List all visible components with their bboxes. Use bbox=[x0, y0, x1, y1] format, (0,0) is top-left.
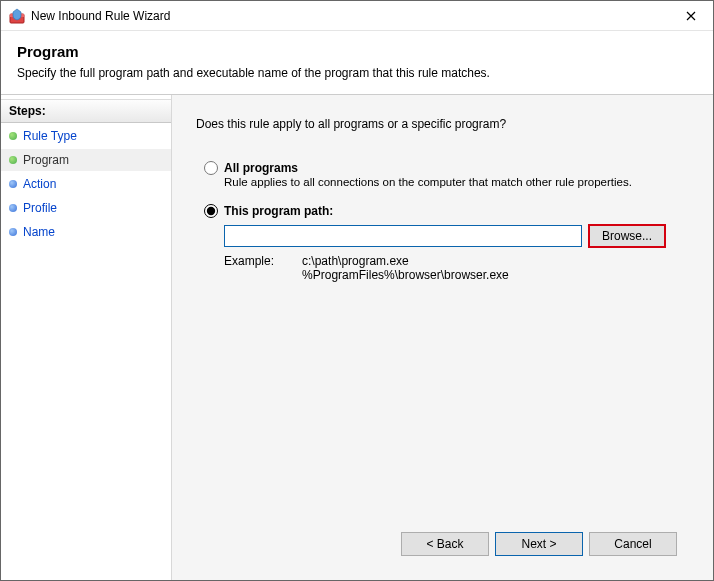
all-programs-desc: Rule applies to all connections on the c… bbox=[224, 176, 691, 188]
all-programs-radio[interactable] bbox=[204, 161, 218, 175]
page-subtitle: Specify the full program path and execut… bbox=[17, 66, 697, 80]
option-all-programs: All programs Rule applies to all connect… bbox=[204, 161, 691, 188]
step-label: Name bbox=[23, 225, 55, 239]
example-paths: c:\path\program.exe %ProgramFiles%\brows… bbox=[302, 254, 509, 282]
step-bullet-icon bbox=[9, 204, 17, 212]
step-label: Action bbox=[23, 177, 56, 191]
content-pane: Does this rule apply to all programs or … bbox=[171, 95, 713, 580]
program-path-radio[interactable] bbox=[204, 204, 218, 218]
next-button[interactable]: Next > bbox=[495, 532, 583, 556]
step-label: Program bbox=[23, 153, 69, 167]
all-programs-label: All programs bbox=[224, 161, 298, 175]
window-title: New Inbound Rule Wizard bbox=[31, 9, 668, 23]
step-bullet-icon bbox=[9, 180, 17, 188]
example-label: Example: bbox=[224, 254, 274, 268]
step-label: Profile bbox=[23, 201, 57, 215]
step-name[interactable]: Name bbox=[1, 221, 171, 243]
step-rule-type[interactable]: Rule Type bbox=[1, 125, 171, 147]
steps-heading: Steps: bbox=[1, 99, 171, 123]
step-bullet-icon bbox=[9, 132, 17, 140]
step-bullet-icon bbox=[9, 228, 17, 236]
page-title: Program bbox=[17, 43, 697, 60]
content-prompt: Does this rule apply to all programs or … bbox=[196, 117, 691, 131]
close-button[interactable] bbox=[668, 1, 713, 31]
step-bullet-icon bbox=[9, 156, 17, 164]
option-this-program-path: This program path: Browse... Example: c:… bbox=[204, 204, 691, 282]
wizard-header: Program Specify the full program path an… bbox=[1, 31, 713, 95]
steps-sidebar: Steps: Rule Type Program Action Profile … bbox=[1, 95, 171, 580]
step-profile[interactable]: Profile bbox=[1, 197, 171, 219]
step-action[interactable]: Action bbox=[1, 173, 171, 195]
back-button[interactable]: < Back bbox=[401, 532, 489, 556]
titlebar: New Inbound Rule Wizard bbox=[1, 1, 713, 31]
program-path-label: This program path: bbox=[224, 204, 333, 218]
browse-button[interactable]: Browse... bbox=[588, 224, 666, 248]
wizard-footer: < Back Next > Cancel bbox=[196, 522, 691, 570]
cancel-button[interactable]: Cancel bbox=[589, 532, 677, 556]
program-path-input[interactable] bbox=[224, 225, 582, 247]
step-label: Rule Type bbox=[23, 129, 77, 143]
step-program[interactable]: Program bbox=[1, 149, 171, 171]
firewall-icon bbox=[9, 8, 25, 24]
